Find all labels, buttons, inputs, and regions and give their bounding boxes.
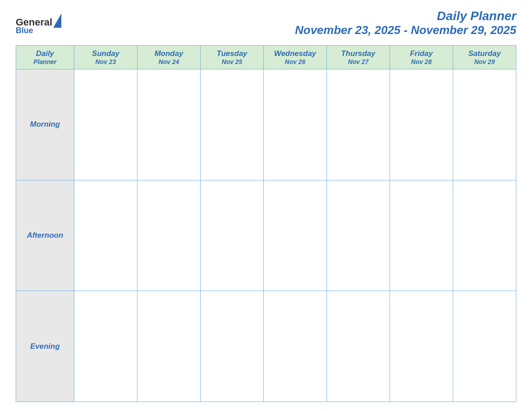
table-header-thursday: Thursday Nov 27: [327, 46, 390, 69]
thursday-label: Thursday: [329, 49, 388, 58]
sunday-date: Nov 23: [76, 58, 135, 65]
morning-thursday-cell[interactable]: [327, 69, 390, 180]
table-header-sunday: Sunday Nov 23: [74, 46, 137, 69]
afternoon-wednesday-cell[interactable]: [264, 180, 327, 291]
monday-date: Nov 24: [139, 58, 198, 65]
afternoon-label: Afternoon: [27, 231, 63, 240]
tuesday-label: Tuesday: [202, 49, 262, 58]
morning-sunday-cell[interactable]: [74, 69, 137, 180]
table-header-tuesday: Tuesday Nov 25: [201, 46, 264, 69]
morning-wednesday-cell[interactable]: [264, 69, 327, 180]
afternoon-saturday-cell[interactable]: [453, 180, 516, 291]
evening-saturday-cell[interactable]: [453, 291, 516, 402]
morning-tuesday-cell[interactable]: [201, 69, 264, 180]
evening-monday-cell[interactable]: [137, 291, 201, 402]
sunday-label: Sunday: [76, 49, 135, 58]
evening-friday-cell[interactable]: [390, 291, 453, 402]
morning-label-cell: Morning: [16, 69, 74, 180]
friday-date: Nov 28: [392, 58, 451, 65]
table-header-wednesday: Wednesday Nov 26: [264, 46, 327, 69]
page: General Blue Daily Planner November 23, …: [0, 0, 532, 411]
logo-blue-text: Blue: [16, 26, 61, 35]
page-title: Daily Planner: [295, 9, 516, 23]
morning-row: Morning: [16, 69, 516, 180]
first-col-line1: Daily: [18, 49, 72, 58]
date-range: November 23, 2025 - November 29, 2025: [295, 23, 516, 37]
table-header-row: Daily Planner Sunday Nov 23 Monday Nov 2…: [16, 46, 516, 69]
table-header-monday: Monday Nov 24: [137, 46, 201, 69]
afternoon-label-cell: Afternoon: [16, 180, 74, 291]
afternoon-monday-cell[interactable]: [137, 180, 201, 291]
afternoon-row: Afternoon: [16, 180, 516, 291]
morning-monday-cell[interactable]: [137, 69, 201, 180]
logo: General Blue: [16, 11, 61, 35]
table-header-saturday: Saturday Nov 29: [453, 46, 516, 69]
table-header-friday: Friday Nov 28: [390, 46, 453, 69]
monday-label: Monday: [139, 49, 198, 58]
afternoon-tuesday-cell[interactable]: [201, 180, 264, 291]
evening-row: Evening: [16, 291, 516, 402]
evening-tuesday-cell[interactable]: [201, 291, 264, 402]
evening-label-cell: Evening: [16, 291, 74, 402]
tuesday-date: Nov 25: [202, 58, 262, 65]
first-col-line2: Planner: [18, 58, 72, 65]
afternoon-friday-cell[interactable]: [390, 180, 453, 291]
morning-saturday-cell[interactable]: [453, 69, 516, 180]
title-section: Daily Planner November 23, 2025 - Novemb…: [295, 9, 516, 37]
saturday-date: Nov 29: [455, 58, 514, 65]
wednesday-label: Wednesday: [266, 49, 325, 58]
evening-wednesday-cell[interactable]: [264, 291, 327, 402]
planner-table: Daily Planner Sunday Nov 23 Monday Nov 2…: [16, 45, 516, 402]
evening-thursday-cell[interactable]: [327, 291, 390, 402]
morning-friday-cell[interactable]: [390, 69, 453, 180]
morning-label: Morning: [30, 120, 60, 128]
thursday-date: Nov 27: [329, 58, 388, 65]
evening-label: Evening: [30, 342, 60, 351]
wednesday-date: Nov 26: [266, 58, 325, 65]
friday-label: Friday: [392, 49, 451, 58]
evening-sunday-cell[interactable]: [74, 291, 137, 402]
table-header-first-col: Daily Planner: [16, 46, 74, 69]
saturday-label: Saturday: [455, 49, 514, 58]
afternoon-sunday-cell[interactable]: [74, 180, 137, 291]
header: General Blue Daily Planner November 23, …: [16, 9, 516, 37]
afternoon-thursday-cell[interactable]: [327, 180, 390, 291]
